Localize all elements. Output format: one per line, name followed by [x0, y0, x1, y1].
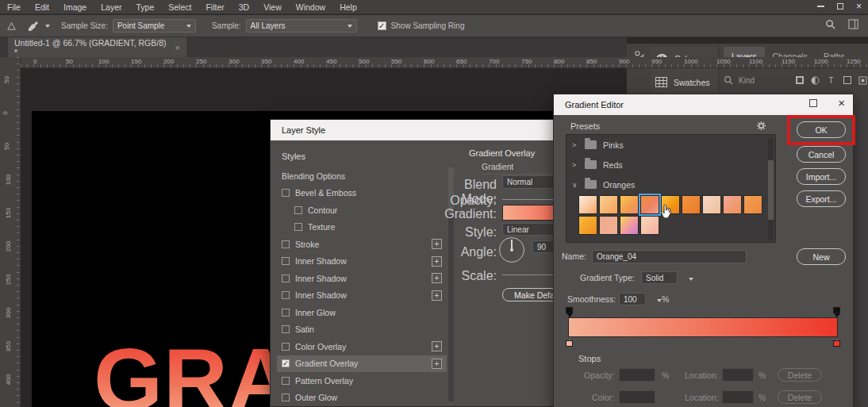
preset-folder-pinks[interactable]: >Pinks: [567, 135, 775, 155]
gradient-swatch-9[interactable]: [743, 195, 762, 214]
menu-item-view[interactable]: View: [256, 2, 289, 12]
layer-style-item-satin[interactable]: ✓Satin: [277, 321, 447, 339]
checkbox-icon[interactable]: ✓: [294, 206, 302, 214]
filter-adjustment-icon[interactable]: [810, 75, 820, 86]
layer-style-item-blending-options[interactable]: Blending Options: [277, 167, 447, 185]
gradient-type-dropdown[interactable]: Solid: [641, 271, 678, 284]
new-button[interactable]: New: [797, 248, 846, 265]
checkbox-icon[interactable]: ✓: [294, 223, 302, 231]
menu-item-filter[interactable]: Filter: [198, 2, 231, 12]
tool-caret-icon[interactable]: [45, 25, 50, 30]
chevron-down-icon[interactable]: [689, 278, 693, 283]
checkbox-icon[interactable]: ✓: [282, 240, 290, 248]
plus-icon[interactable]: +: [432, 341, 442, 351]
preset-folder-reds[interactable]: >Reds: [567, 155, 775, 175]
document-tab[interactable]: Untitled-1 @ 66.7% (GRADIENT, RGB/8) * ×: [8, 37, 186, 57]
chevron-down-icon[interactable]: ∨: [572, 181, 578, 189]
gradient-swatch-1[interactable]: [578, 195, 597, 214]
tool-preset-icon[interactable]: [6, 21, 17, 31]
presets-scrollbar[interactable]: [768, 138, 774, 240]
menu-item-3d[interactable]: 3D: [232, 2, 256, 12]
menu-item-edit[interactable]: Edit: [28, 2, 56, 12]
layer-style-item-texture[interactable]: ✓Texture: [277, 219, 447, 236]
checkbox-icon[interactable]: ✓: [282, 325, 290, 333]
vertical-ruler[interactable]: 50050100150200250300350400450: [0, 57, 21, 407]
menu-item-type[interactable]: Type: [129, 2, 161, 12]
gear-icon[interactable]: [756, 121, 766, 131]
layer-style-item-bevel---emboss[interactable]: ✓Bevel & Emboss: [277, 185, 447, 202]
layer-style-item-stroke[interactable]: ✓Stroke+: [277, 236, 447, 253]
gradient-swatch-6[interactable]: [682, 195, 701, 214]
filter-pixel-icon[interactable]: [794, 75, 805, 86]
gradient-swatch-3[interactable]: [620, 195, 639, 214]
layer-style-item-inner-shadow[interactable]: ✓Inner Shadow+: [277, 270, 447, 287]
search-icon[interactable]: [825, 19, 835, 29]
checkbox-icon[interactable]: ✓: [282, 394, 290, 401]
layer-style-item-contour[interactable]: ✓Contour: [277, 202, 447, 219]
chevron-right-icon[interactable]: >: [572, 141, 578, 149]
checkbox-icon[interactable]: ✓: [282, 343, 290, 351]
gradient-swatch-13[interactable]: [640, 216, 659, 235]
tab-close-icon[interactable]: ×: [175, 43, 180, 52]
checkbox-icon[interactable]: ✓: [282, 291, 290, 299]
gradient-swatch-12[interactable]: [620, 216, 639, 235]
opacity-stop-left[interactable]: [566, 307, 573, 313]
angle-dial[interactable]: [499, 237, 524, 263]
gradient-swatch-11[interactable]: [599, 216, 618, 235]
menu-item-image[interactable]: Image: [56, 2, 94, 12]
checkbox-icon[interactable]: ✓: [282, 189, 290, 197]
menu-item-layer[interactable]: Layer: [94, 2, 129, 12]
gradient-editor-titlebar[interactable]: Gradient Editor ×: [554, 94, 853, 115]
checkbox-icon[interactable]: ✓: [282, 377, 290, 385]
chevron-right-icon[interactable]: >: [572, 161, 578, 169]
layer-style-item-color-overlay[interactable]: ✓Color Overlay+: [277, 338, 447, 355]
layer-style-item-inner-shadow[interactable]: ✓Inner Shadow+: [277, 287, 447, 305]
horizontal-ruler[interactable]: 0501001502002503003504004505005506006507…: [21, 57, 868, 68]
plus-icon[interactable]: +: [432, 290, 442, 301]
checkbox-icon[interactable]: ✓: [282, 309, 290, 317]
gradient-swatch-10[interactable]: [578, 216, 597, 235]
layer-style-item-gradient-overlay[interactable]: ✓Gradient Overlay+: [277, 355, 447, 373]
eyedropper-icon[interactable]: [28, 21, 39, 32]
workspace-icon[interactable]: [848, 19, 858, 29]
gradient-swatch-4[interactable]: [640, 195, 659, 214]
cancel-button[interactable]: Cancel: [797, 146, 846, 163]
restore-icon[interactable]: [837, 3, 843, 10]
menu-item-file[interactable]: File: [0, 2, 28, 12]
restore-icon[interactable]: [809, 99, 817, 107]
layers-filter-kind[interactable]: Kind: [739, 76, 755, 85]
import-button[interactable]: Import...: [797, 168, 846, 185]
swatches-panel-button[interactable]: Swatches: [651, 71, 718, 94]
sample-size-dropdown[interactable]: Point Sample: [113, 19, 196, 33]
gradient-swatch-2[interactable]: [599, 195, 618, 214]
layer-style-item-inner-glow[interactable]: ✓Inner Glow: [277, 304, 447, 321]
layer-style-item-outer-glow[interactable]: ✓Outer Glow: [277, 390, 447, 407]
export-button[interactable]: Export...: [797, 190, 846, 207]
minimize-icon[interactable]: [817, 6, 824, 7]
menu-item-select[interactable]: Select: [161, 2, 198, 12]
gradient-preview-bar[interactable]: [568, 317, 838, 337]
search-icon[interactable]: [724, 75, 733, 85]
close-icon[interactable]: ×: [838, 99, 845, 107]
name-field[interactable]: Orange_04: [592, 250, 747, 263]
layer-style-item-pattern-overlay[interactable]: ✓Pattern Overlay: [277, 372, 447, 390]
color-stop-right[interactable]: [833, 340, 840, 347]
preset-folder-oranges[interactable]: ∨Oranges: [567, 175, 775, 194]
checkbox-icon[interactable]: ✓: [282, 257, 290, 265]
menu-item-help[interactable]: Help: [332, 2, 364, 12]
color-stop-left[interactable]: [566, 340, 573, 347]
filter-shape-icon[interactable]: [842, 75, 852, 86]
close-icon[interactable]: ×: [856, 2, 862, 10]
sample-dropdown[interactable]: All Layers: [246, 19, 357, 33]
filter-smartobject-icon[interactable]: [858, 75, 868, 86]
checkbox-icon[interactable]: ✓: [282, 275, 290, 282]
smoothness-field[interactable]: 100: [619, 293, 646, 305]
gradient-swatch-7[interactable]: [702, 195, 721, 214]
opacity-stop-right[interactable]: [833, 307, 840, 313]
show-sampling-ring-checkbox[interactable]: ✓: [378, 21, 386, 30]
checkbox-icon[interactable]: ✓: [282, 359, 290, 367]
menu-item-window[interactable]: Window: [289, 2, 332, 12]
plus-icon[interactable]: +: [432, 359, 442, 369]
filter-type-icon[interactable]: T: [826, 75, 836, 86]
gradient-swatch-8[interactable]: [723, 195, 742, 214]
